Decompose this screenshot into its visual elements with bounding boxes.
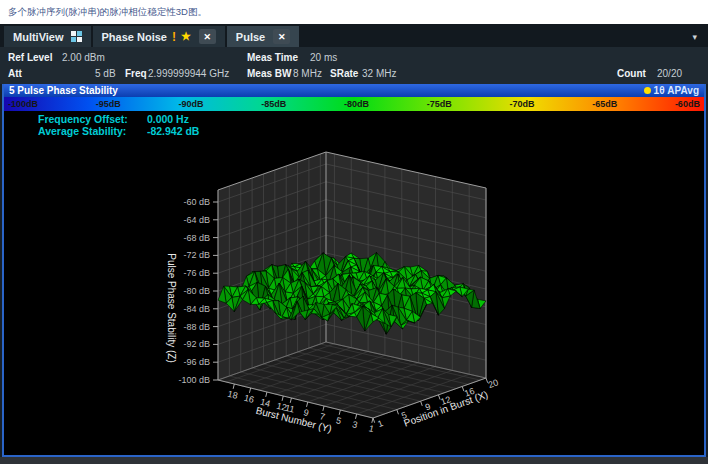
svg-text:-80 dB: -80 dB (183, 286, 210, 296)
trace-label: 1θ APAvg (654, 85, 699, 96)
settings-bar: Ref Level 2.00 dBm Meas Time 20 ms Att 5… (0, 47, 708, 84)
plot-area: -60 dB-64 dB-68 dB-72 dB-76 dB-80 dB-84 … (4, 111, 704, 455)
tab-pulse[interactable]: Pulse ✕ (227, 26, 299, 47)
svg-text:16: 16 (243, 393, 255, 405)
frequency-offset-row: Frequency Offset: 0.000 Hz (38, 113, 199, 125)
svg-text:-100 dB: -100 dB (178, 375, 210, 385)
svg-text:3: 3 (351, 419, 358, 430)
freq-label: Freq (125, 68, 147, 79)
surface-plot[interactable]: -60 dB-64 dB-68 dB-72 dB-76 dB-80 dB-84 … (4, 111, 704, 455)
cbar-label: -65dB (592, 97, 617, 111)
svg-text:-64 dB: -64 dB (183, 215, 210, 225)
color-scale-bar: -100dB -95dB -90dB -85dB -80dB -75dB -70… (4, 97, 704, 111)
srate-label: SRate (330, 68, 358, 79)
multiview-grid-icon (71, 31, 82, 42)
tab-phase-noise[interactable]: Phase Noise ! ★ ✕ (93, 26, 225, 47)
svg-text:-68 dB: -68 dB (183, 233, 210, 243)
bottom-strip (0, 457, 708, 464)
star-icon: ★ (181, 30, 191, 43)
cbar-label: -60dB (675, 97, 700, 111)
cbar-label: -100dB (8, 97, 38, 111)
window-title: 5 Pulse Phase Stability (9, 85, 118, 96)
annotation-note: 多个脉冲序列(脉冲串)的脉冲相位稳定性3D图。 (0, 0, 708, 24)
average-stability-label: Average Stability: (38, 125, 144, 137)
count-label: Count (617, 68, 646, 79)
close-pulse-button[interactable]: ✕ (273, 29, 290, 44)
srate-value[interactable]: 32 MHz (362, 68, 396, 79)
att-label: Att (8, 68, 22, 79)
frequency-offset-label: Frequency Offset: (38, 113, 144, 125)
frequency-offset-value: 0.000 Hz (147, 113, 189, 125)
window-titlebar[interactable]: 5 Pulse Phase Stability 1θ APAvg (4, 84, 704, 97)
count-value: 20/20 (657, 68, 682, 79)
svg-text:1: 1 (376, 418, 384, 429)
svg-text:-76 dB: -76 dB (183, 268, 210, 278)
trace-dot-icon (644, 87, 651, 94)
close-phase-noise-button[interactable]: ✕ (199, 29, 216, 44)
svg-text:18: 18 (227, 389, 239, 401)
meas-bw-value[interactable]: 8 MHz (293, 68, 322, 79)
warning-icon: ! (172, 30, 176, 44)
cbar-label: -70dB (509, 97, 534, 111)
analyzer-app: MultiView Phase Noise ! ★ ✕ Pulse ✕ ▾ Re… (0, 24, 708, 464)
svg-text:5: 5 (335, 415, 342, 426)
tab-overflow-icon[interactable]: ▾ (685, 32, 704, 42)
att-value[interactable]: 5 dB (95, 68, 116, 79)
annotation-text: 多个脉冲序列(脉冲串)的脉冲相位稳定性3D图。 (8, 6, 207, 17)
average-stability-row: Average Stability: -82.942 dB (38, 125, 199, 137)
svg-text:-92 dB: -92 dB (183, 339, 210, 349)
svg-text:-72 dB: -72 dB (183, 250, 210, 260)
svg-text:Pulse Phase Stability (Z): Pulse Phase Stability (Z) (166, 253, 177, 363)
result-window: 5 Pulse Phase Stability 1θ APAvg -100dB … (2, 84, 706, 457)
ref-level-label: Ref Level (8, 52, 52, 63)
svg-text:-84 dB: -84 dB (183, 304, 210, 314)
ref-level-value[interactable]: 2.00 dBm (62, 52, 105, 63)
svg-text:1: 1 (368, 423, 375, 434)
cbar-label: -95dB (96, 97, 121, 111)
cbar-label: -75dB (427, 97, 452, 111)
svg-text:20: 20 (487, 377, 500, 390)
cbar-label: -90dB (178, 97, 203, 111)
tab-pulse-label: Pulse (236, 31, 265, 43)
svg-text:-60 dB: -60 dB (183, 197, 210, 207)
channel-tabbar: MultiView Phase Noise ! ★ ✕ Pulse ✕ ▾ (0, 24, 708, 47)
svg-text:-88 dB: -88 dB (183, 322, 210, 332)
tab-multiview-label: MultiView (13, 31, 64, 43)
tab-phase-noise-label: Phase Noise (102, 31, 167, 43)
meas-bw-label: Meas BW (247, 68, 291, 79)
freq-value[interactable]: 2.999999944 GHz (148, 68, 229, 79)
meas-time-label: Meas Time (247, 52, 298, 63)
average-stability-value: -82.942 dB (147, 125, 200, 137)
trace-badge: 1θ APAvg (644, 85, 699, 96)
readout-block: Frequency Offset: 0.000 Hz Average Stabi… (38, 113, 199, 137)
screen: { "note": "多个脉冲序列(脉冲串)的脉冲相位稳定性3D图。", "ta… (0, 0, 708, 464)
cbar-label: -85dB (261, 97, 286, 111)
svg-text:-96 dB: -96 dB (183, 357, 210, 367)
meas-time-value[interactable]: 20 ms (310, 52, 337, 63)
tab-multiview[interactable]: MultiView (4, 26, 91, 47)
cbar-label: -80dB (344, 97, 369, 111)
